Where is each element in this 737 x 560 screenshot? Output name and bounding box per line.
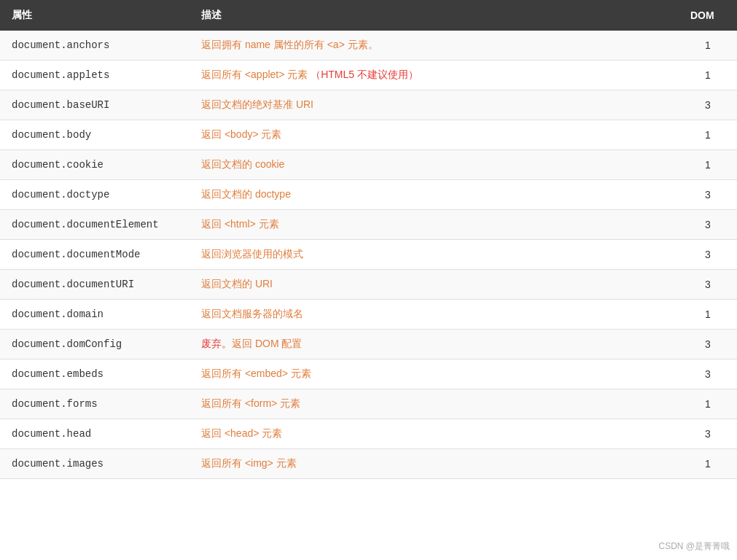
table-row: document.documentElement返回 <html> 元素3 <box>0 210 737 240</box>
cell-dom: 1 <box>679 120 737 150</box>
cell-property: document.anchors <box>0 31 190 61</box>
cell-property: document.images <box>0 449 190 479</box>
watermark: CSDN @是菁菁哦 <box>658 540 730 553</box>
table-row: document.documentMode返回浏览器使用的模式3 <box>0 240 737 270</box>
cell-description: 返回文档的 cookie <box>190 150 679 180</box>
description-orange-text: 返回所有 <img> 元素 <box>201 457 297 469</box>
description-orange-text: 返回 <head> 元素 <box>201 427 282 439</box>
table-row: document.domConfig废弃。返回 DOM 配置3 <box>0 330 737 359</box>
cell-property: document.embeds <box>0 359 190 389</box>
cell-description: 返回文档服务器的域名 <box>190 300 679 330</box>
table-row: document.embeds返回所有 <embed> 元素3 <box>0 359 737 389</box>
cell-dom: 3 <box>679 180 737 210</box>
cell-description: 返回文档的绝对基准 URI <box>190 90 679 120</box>
cell-dom: 1 <box>679 389 737 419</box>
description-orange-text: 返回拥有 name 属性的所有 <a> 元素。 <box>201 39 378 50</box>
cell-property: document.documentURI <box>0 270 190 300</box>
description-orange-text: 返回所有 <form> 元素 <box>201 397 300 409</box>
cell-description: 返回所有 <img> 元素 <box>190 449 679 479</box>
description-orange-text: 返回所有 <applet> 元素 <box>201 69 311 80</box>
description-red-text: 废弃。 <box>201 338 232 349</box>
description-orange-text: 返回文档服务器的域名 <box>201 308 303 319</box>
cell-property: document.forms <box>0 389 190 419</box>
cell-description: 返回所有 <form> 元素 <box>190 389 679 419</box>
cell-description: 返回 <html> 元素 <box>190 210 679 240</box>
cell-dom: 3 <box>679 90 737 120</box>
cell-description: 返回所有 <applet> 元素 （HTML5 不建议使用） <box>190 61 679 90</box>
cell-dom: 1 <box>679 31 737 61</box>
table-row: document.domain返回文档服务器的域名1 <box>0 300 737 330</box>
cell-description: 返回所有 <embed> 元素 <box>190 359 679 389</box>
cell-property: document.baseURI <box>0 90 190 120</box>
cell-dom: 1 <box>679 300 737 330</box>
cell-property: document.applets <box>0 61 190 90</box>
table-row: document.doctype返回文档的 doctype3 <box>0 180 737 210</box>
properties-table: 属性 描述 DOM document.anchors返回拥有 name 属性的所… <box>0 0 737 479</box>
cell-dom: 3 <box>679 419 737 449</box>
description-orange-text: 返回 <html> 元素 <box>201 218 279 230</box>
header-dom: DOM <box>679 0 737 31</box>
description-orange-text: 返回所有 <embed> 元素 <box>201 368 311 379</box>
description-red-text: （HTML5 不建议使用） <box>311 69 418 80</box>
table-row: document.images返回所有 <img> 元素1 <box>0 449 737 479</box>
table-row: document.anchors返回拥有 name 属性的所有 <a> 元素。1 <box>0 31 737 61</box>
cell-property: document.documentMode <box>0 240 190 270</box>
cell-dom: 3 <box>679 210 737 240</box>
table-container: 属性 描述 DOM document.anchors返回拥有 name 属性的所… <box>0 0 737 479</box>
description-orange-text: 返回 DOM 配置 <box>232 338 302 349</box>
description-orange-text: 返回 <body> 元素 <box>201 128 282 140</box>
table-row: document.documentURI返回文档的 URI3 <box>0 270 737 300</box>
cell-property: document.head <box>0 419 190 449</box>
cell-description: 返回拥有 name 属性的所有 <a> 元素。 <box>190 31 679 61</box>
cell-description: 返回文档的 doctype <box>190 180 679 210</box>
cell-dom: 1 <box>679 449 737 479</box>
table-row: document.forms返回所有 <form> 元素1 <box>0 389 737 419</box>
cell-dom: 3 <box>679 359 737 389</box>
table-row: document.applets返回所有 <applet> 元素 （HTML5 … <box>0 61 737 90</box>
description-orange-text: 返回文档的 doctype <box>201 188 291 200</box>
table-row: document.body返回 <body> 元素1 <box>0 120 737 150</box>
cell-property: document.domConfig <box>0 330 190 359</box>
cell-property: document.doctype <box>0 180 190 210</box>
cell-property: document.documentElement <box>0 210 190 240</box>
cell-dom: 3 <box>679 270 737 300</box>
cell-property: document.domain <box>0 300 190 330</box>
table-header-row: 属性 描述 DOM <box>0 0 737 31</box>
cell-dom: 3 <box>679 330 737 359</box>
cell-property: document.cookie <box>0 150 190 180</box>
table-row: document.cookie返回文档的 cookie1 <box>0 150 737 180</box>
cell-dom: 1 <box>679 61 737 90</box>
description-orange-text: 返回文档的 URI <box>201 278 273 289</box>
header-property: 属性 <box>0 0 190 31</box>
header-description: 描述 <box>190 0 679 31</box>
cell-description: 返回浏览器使用的模式 <box>190 240 679 270</box>
description-orange-text: 返回文档的绝对基准 URI <box>201 98 313 110</box>
cell-description: 返回 <head> 元素 <box>190 419 679 449</box>
cell-description: 废弃。返回 DOM 配置 <box>190 330 679 359</box>
description-orange-text: 返回浏览器使用的模式 <box>201 248 303 260</box>
cell-dom: 1 <box>679 150 737 180</box>
cell-description: 返回文档的 URI <box>190 270 679 300</box>
description-orange-text: 返回文档的 cookie <box>201 158 284 170</box>
cell-description: 返回 <body> 元素 <box>190 120 679 150</box>
cell-dom: 3 <box>679 240 737 270</box>
table-row: document.head返回 <head> 元素3 <box>0 419 737 449</box>
cell-property: document.body <box>0 120 190 150</box>
table-row: document.baseURI返回文档的绝对基准 URI3 <box>0 90 737 120</box>
